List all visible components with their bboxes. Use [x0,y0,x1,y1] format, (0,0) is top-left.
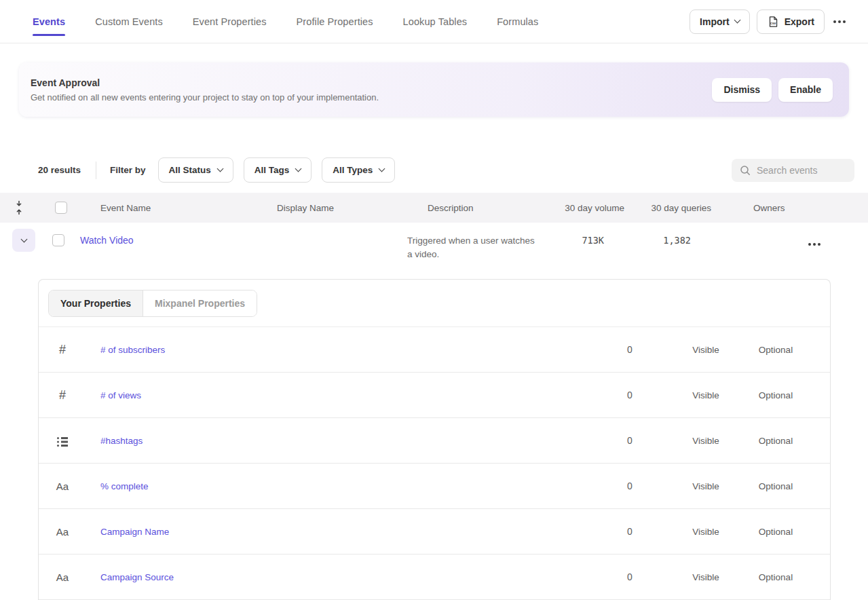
import-button[interactable]: Import [690,10,750,34]
property-visibility: Visible [677,436,735,446]
dismiss-button[interactable]: Dismiss [712,78,772,102]
property-visibility: Visible [677,481,735,491]
event-properties-panel: Your Properties Mixpanel Properties # of… [38,279,831,600]
property-name-link[interactable]: # of views [100,390,603,400]
divider [96,162,96,179]
tab-lookup-tables[interactable]: Lookup Tables [403,0,468,43]
number-type-icon [55,388,70,402]
event-approval-banner: Event Approval Get notified on all new e… [19,62,849,117]
event-owners [691,223,787,234]
event-description: Triggered when a user watches a video. [407,236,535,259]
select-all-checkbox[interactable] [55,202,67,214]
text-type-icon [55,479,70,493]
column-30-day-volume: 30 day volume [556,203,624,213]
status-filter-dropdown[interactable]: All Status [158,157,233,183]
text-type-icon [55,524,70,539]
chevron-down-icon [379,166,385,172]
lexicon-tabs: Events Custom Events Event Properties Pr… [33,0,538,43]
property-row: Campaign Source 0 Visible Optional [39,555,830,600]
event-display-name [257,223,407,234]
column-30-day-queries: 30 day queries [624,203,711,213]
search-events-box[interactable] [732,159,854,182]
top-navigation: Events Custom Events Event Properties Pr… [0,0,868,43]
property-requirement: Optional [735,481,816,491]
property-name-link[interactable]: #hashtags [100,436,603,446]
tab-event-properties[interactable]: Event Properties [193,0,267,43]
search-icon [740,165,751,176]
more-menu-icon [833,20,836,23]
property-row: % complete 0 Visible Optional [39,464,830,509]
tab-events[interactable]: Events [33,0,65,43]
property-visibility: Visible [677,572,735,582]
property-row: #hashtags 0 Visible Optional [39,418,830,464]
property-count: 0 [603,344,657,355]
column-description: Description [428,203,556,213]
types-filter-dropdown[interactable]: All Types [322,157,395,183]
property-count: 0 [603,526,657,537]
property-visibility: Visible [677,390,735,400]
banner-description: Get notified on all new events entering … [31,92,379,102]
svg-text:csv: csv [770,20,776,24]
property-requirement: Optional [735,436,816,446]
event-30-day-volume: 713K [582,235,604,246]
text-type-icon [55,569,70,584]
property-name-link[interactable]: # of subscribers [100,345,603,355]
property-visibility: Visible [677,527,735,537]
tab-your-properties[interactable]: Your Properties [49,290,143,316]
collapse-row-button[interactable] [12,229,35,252]
banner-title: Event Approval [31,77,379,88]
chevron-down-icon [20,236,27,243]
property-name-link[interactable]: Campaign Name [100,527,603,537]
table-row-watch-video: Watch Video Triggered when a user watche… [0,223,868,279]
number-type-icon [55,342,70,357]
property-count: 0 [603,481,657,491]
tab-profile-properties[interactable]: Profile Properties [297,0,373,43]
property-requirement: Optional [735,527,816,537]
property-count: 0 [603,435,657,446]
row-checkbox[interactable] [52,234,64,246]
tab-mixpanel-properties[interactable]: Mixpanel Properties [143,290,257,316]
property-count: 0 [603,390,657,400]
collapse-rows-icon[interactable] [14,200,24,215]
types-filter-label: All Types [333,165,373,175]
more-menu-icon [808,243,811,246]
property-name-link[interactable]: Campaign Source [100,572,603,582]
property-visibility: Visible [677,345,735,355]
filter-toolbar: 20 results Filter by All Status All Tags… [38,157,854,183]
event-30-day-queries: 1,382 [663,235,691,246]
export-button[interactable]: csv Export [757,10,825,34]
event-name-link[interactable]: Watch Video [80,235,134,246]
property-row: Campaign Name 0 Visible Optional [39,509,830,555]
enable-button[interactable]: Enable [778,78,833,102]
export-button-label: Export [785,16,814,27]
chevron-down-icon [216,166,223,172]
csv-file-icon: csv [767,16,779,28]
events-table-header: Event Name Display Name Description 30 d… [0,193,868,223]
tab-formulas[interactable]: Formulas [497,0,538,43]
search-input[interactable] [757,165,838,176]
column-event-name: Event Name [100,203,277,213]
tags-filter-label: All Tags [254,165,290,175]
tags-filter-dropdown[interactable]: All Tags [244,157,312,183]
more-menu-button[interactable] [831,10,854,33]
column-display-name: Display Name [277,203,428,213]
column-owners: Owners [711,203,808,213]
property-row: # of subscribers 0 Visible Optional [39,327,830,373]
tab-custom-events[interactable]: Custom Events [95,0,163,43]
row-more-menu-button[interactable] [806,239,829,250]
import-button-label: Import [700,16,730,27]
status-filter-label: All Status [169,165,211,175]
property-requirement: Optional [735,345,816,355]
property-requirement: Optional [735,572,816,582]
filter-by-label: Filter by [110,165,146,175]
chevron-down-icon [295,166,302,172]
chevron-down-icon [734,17,740,24]
list-type-icon [55,433,70,448]
property-requirement: Optional [735,390,816,400]
property-name-link[interactable]: % complete [100,481,603,491]
property-row: # of views 0 Visible Optional [39,373,830,418]
properties-tab-group: Your Properties Mixpanel Properties [48,290,257,317]
results-count: 20 results [38,165,81,175]
property-count: 0 [603,571,657,582]
